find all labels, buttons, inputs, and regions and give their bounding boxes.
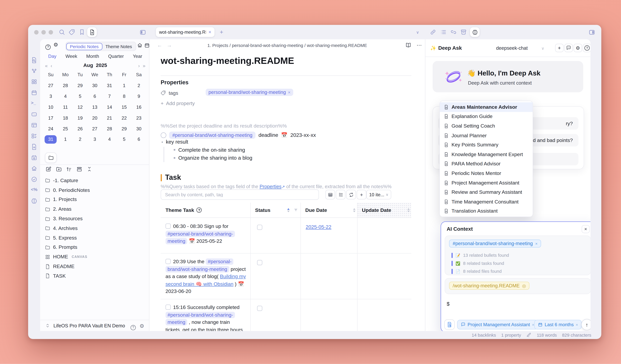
remove-tag-icon[interactable]: ×	[535, 241, 538, 246]
code-percent-icon[interactable]: <%	[31, 187, 37, 192]
status-checkbox[interactable]	[257, 225, 262, 230]
assistant-option[interactable]: PARA Method Advisor	[440, 159, 533, 169]
calendar-view-tab[interactable]: Week	[65, 54, 77, 59]
task-search-input[interactable]	[161, 189, 319, 200]
assistant-option[interactable]: Project Management Assistant	[440, 178, 533, 188]
calendar-day[interactable]: 5	[117, 134, 132, 145]
close-icon[interactable]: ×	[582, 225, 590, 233]
tag-remove-icon[interactable]: ×	[288, 90, 291, 95]
calendar-day[interactable]: 18	[58, 112, 73, 123]
dashboard-icon[interactable]	[31, 79, 37, 85]
collapse-view-icon[interactable]	[76, 166, 82, 172]
calendar-day[interactable]: 4	[102, 134, 117, 145]
calendar-day[interactable]: 27	[43, 80, 58, 91]
file-tree-item[interactable]: 4. Archives	[43, 223, 146, 233]
next-month-icon[interactable]: ›	[138, 63, 140, 69]
file-tree-item[interactable]: 0. PeriodicNotes	[43, 185, 146, 195]
calendar-day[interactable]: 8	[117, 91, 132, 102]
traffic-light-close[interactable]	[34, 30, 39, 34]
assistant-option[interactable]: Areas Maintenance Advisor	[440, 102, 533, 112]
file-tree-item[interactable]: 6. Prompts	[43, 243, 146, 252]
calendar-day[interactable]: 2	[73, 134, 87, 145]
tab-active[interactable]: wot-sharing-meeting.RE... ×	[156, 27, 214, 37]
character-count[interactable]: 829 characters	[562, 332, 591, 337]
file-tree-item[interactable]: README	[43, 262, 146, 271]
calendar-day[interactable]: 31	[45, 135, 57, 143]
right-sidebar-toggle-icon[interactable]	[588, 29, 595, 36]
calendar-view-tab[interactable]: Year	[133, 54, 142, 59]
outgoing-links-icon[interactable]	[430, 29, 436, 35]
segment-ext[interactable]: ↗	[281, 185, 285, 189]
calendar-icon[interactable]	[31, 89, 37, 96]
sort-arrows[interactable]	[407, 208, 410, 212]
property-count[interactable]: 1 property	[501, 332, 521, 337]
calendar-day[interactable]: 29	[117, 123, 132, 134]
remove-pill-icon[interactable]: ×	[532, 322, 535, 327]
word-count[interactable]: 118 words	[537, 332, 557, 337]
calendar-heart-icon[interactable]	[31, 155, 37, 161]
new-note-toolbar-icon[interactable]	[45, 166, 52, 172]
assistant-option[interactable]: Review and Summary Assistant	[440, 188, 533, 197]
file-plus-icon[interactable]	[31, 143, 37, 150]
task-checkbox[interactable]	[166, 304, 171, 310]
help-icon[interactable]: ?	[45, 43, 51, 50]
calendar-day[interactable]: 16	[132, 102, 146, 112]
home-note-icon[interactable]	[137, 43, 143, 48]
calendar-day[interactable]: 12	[73, 102, 87, 112]
help-icon[interactable]: ?	[196, 207, 202, 213]
traffic-light-zoom[interactable]	[49, 30, 53, 34]
calendar-day[interactable]: 23	[132, 112, 146, 123]
context-tag-pill[interactable]: #personal-brand/wot-sharing-meeting ×	[449, 239, 541, 248]
status-checkbox[interactable]	[257, 260, 262, 265]
calendar-view-tab[interactable]: Quarter	[108, 54, 124, 59]
calendar-day[interactable]: 27	[87, 123, 102, 134]
tab-list-chevron-icon[interactable]: ∨	[416, 30, 419, 34]
table-view-icon[interactable]	[325, 190, 335, 199]
calendar-day[interactable]: 7	[102, 91, 117, 102]
task-checkbox[interactable]	[166, 259, 171, 264]
outline-icon[interactable]	[440, 29, 447, 35]
deep-ask-toolbar-icon[interactable]	[470, 27, 480, 37]
edit-pencil-icon[interactable]	[526, 332, 532, 337]
calendar-day[interactable]: 29	[73, 80, 87, 91]
new-tab-button[interactable]: +	[220, 29, 223, 36]
search-icon[interactable]	[59, 29, 65, 35]
back-icon[interactable]: ←	[157, 42, 162, 48]
remove-pill-icon[interactable]: ×	[576, 322, 578, 327]
calendar-day[interactable]: 3	[43, 91, 58, 102]
sort-arrows[interactable]	[353, 208, 355, 212]
column-header-update-date[interactable]: Update Date	[357, 203, 411, 218]
deep-ask-settings-button[interactable]: ⚙	[574, 44, 582, 52]
tags-property-label[interactable]: tags	[169, 90, 178, 96]
incoming-links-icon[interactable]	[450, 29, 457, 35]
model-select[interactable]: deepseek-chat ∨	[496, 45, 544, 51]
calendar-day[interactable]: 1	[58, 134, 73, 145]
calendar-day[interactable]: 20	[87, 112, 102, 123]
filter-funnel-icon[interactable]	[293, 208, 298, 212]
context-file-pill[interactable]: /wot-sharing-meeting.README ◎	[449, 282, 530, 290]
calendar-day[interactable]: 28	[102, 123, 117, 134]
check-circle-icon[interactable]	[31, 176, 37, 183]
new-folder-icon[interactable]	[56, 166, 62, 172]
forward-icon[interactable]: →	[167, 42, 172, 48]
breadcrumb[interactable]: 1. Projects / personal-brand-wot-sharing…	[198, 43, 377, 48]
archive-icon[interactable]	[460, 29, 467, 35]
calendar-settings-gear-icon[interactable]: ⚙	[53, 42, 58, 48]
prompt-input-text[interactable]: $	[447, 301, 449, 307]
calendar-day[interactable]: 14	[102, 102, 117, 112]
context-search-button[interactable]	[444, 319, 455, 330]
column-header-theme-task[interactable]: Theme Task?	[161, 203, 250, 218]
brain-icon[interactable]	[31, 198, 37, 204]
due-date-link[interactable]: 2025-05-22	[306, 224, 331, 230]
task-radio[interactable]	[161, 132, 166, 138]
cards-list-icon[interactable]	[31, 133, 37, 139]
file-tree-item[interactable]: HOME CANVAS	[43, 252, 146, 262]
bookmark-icon[interactable]	[79, 29, 85, 35]
file-tree-item[interactable]: 2. Areas	[43, 204, 146, 214]
timerange-context-pill[interactable]: Last 6 months ×	[534, 320, 582, 329]
deadline-tag-pill[interactable]: #personal-brand/wot-sharing-meeting	[169, 131, 256, 139]
tab-close-icon[interactable]: ×	[208, 29, 211, 35]
calendar-day[interactable]: 17	[43, 112, 58, 123]
tab-theme-notes[interactable]: Theme Notes	[102, 43, 135, 49]
calendar-day[interactable]: 6	[87, 91, 102, 102]
